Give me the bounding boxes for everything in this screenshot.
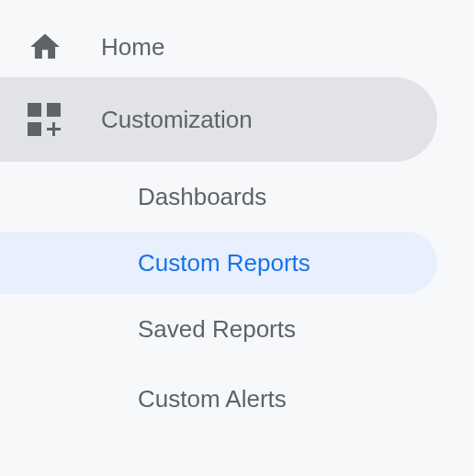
subnav-custom-reports-label: Custom Reports: [138, 249, 310, 278]
nav-item-home[interactable]: Home: [0, 17, 437, 77]
subnav-saved-reports-label: Saved Reports: [138, 315, 296, 344]
nav-item-customization-label: Customization: [101, 106, 253, 134]
subnav-custom-reports[interactable]: Custom Reports: [0, 232, 437, 294]
home-icon: [28, 29, 101, 64]
subnav-custom-alerts[interactable]: Custom Alerts: [0, 364, 437, 434]
subnav-dashboards-label: Dashboards: [138, 183, 266, 211]
nav-item-home-label: Home: [101, 33, 164, 62]
subnav-dashboards[interactable]: Dashboards: [0, 162, 437, 232]
customization-icon: [28, 103, 101, 136]
subnav-custom-alerts-label: Custom Alerts: [138, 385, 287, 414]
subnav-saved-reports[interactable]: Saved Reports: [0, 294, 437, 364]
nav-item-customization[interactable]: Customization: [0, 77, 437, 162]
sidebar-nav: Home Customization Dashboards Custom Rep…: [0, 0, 474, 434]
customization-submenu: Dashboards Custom Reports Saved Reports …: [0, 162, 474, 434]
